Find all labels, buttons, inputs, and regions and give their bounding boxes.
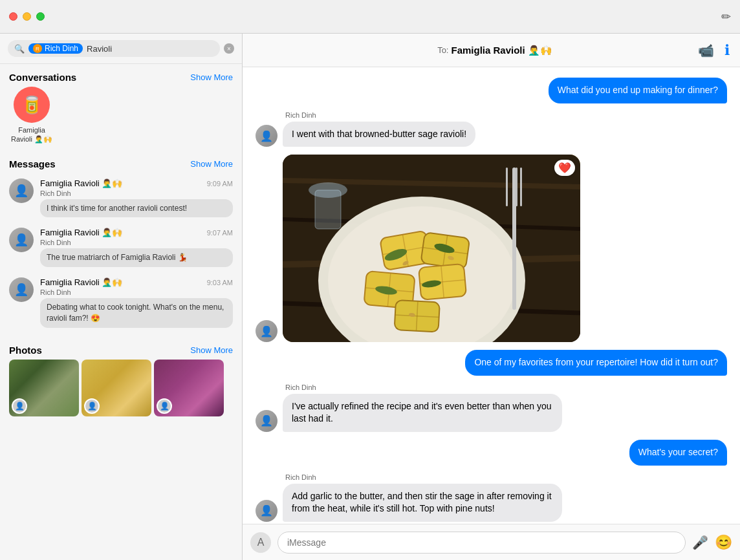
message-content-2: Famiglia Ravioli 🤦‍♂️🙌 9:07 AM Rich Dinh… [40,228,233,267]
search-tag-label: Rich Dinh [45,44,78,53]
list-item[interactable]: 👤 Famiglia Ravioli 🤦‍♂️🙌 9:09 AM Rich Di… [0,173,242,223]
svg-rect-9 [516,167,517,206]
conversation-item-famiglia[interactable]: 🥫 Famiglia Ravioli 🤦‍♂️🙌 [9,87,54,144]
sidebar: 🔍 R Rich Dinh Ravioli × Conversations Sh… [0,34,243,560]
maximize-button[interactable] [36,12,45,21]
search-bar: 🔍 R Rich Dinh Ravioli × [0,34,242,64]
emoji-button[interactable]: 😊 [715,534,732,551]
photo-avatar-overlay-3: 👤 [157,398,172,414]
chat-header-icons: 📹 ℹ [698,42,730,59]
photo-thumb-3[interactable]: 👤 [154,360,224,416]
search-input-area[interactable]: 🔍 R Rich Dinh Ravioli [8,40,220,57]
bubble-sent-4: One of my favorites from your repertoire… [465,350,727,376]
message-time-2: 9:07 AM [207,229,233,237]
audio-input-button[interactable]: 🎤 [692,535,708,550]
avatar-inner-2: 👤 [9,228,34,252]
chat-input-area: A 🎤 😊 [243,524,740,560]
message-row-1: What did you end up making for dinner? [256,78,727,103]
avatar-inner-3: 👤 [9,277,34,302]
list-item[interactable]: 👤 Famiglia Ravioli 🤦‍♂️🙌 9:07 AM Rich Di… [0,222,242,272]
bubble-received-2: I went with that browned-butter sage rav… [283,122,475,147]
sender-block-2: Rich Dinh 👤 I went with that browned-but… [256,111,475,147]
message-header-2: Famiglia Ravioli 🤦‍♂️🙌 9:07 AM [40,228,233,237]
ravioli-svg [283,155,580,342]
message-avatar-2: 👤 [9,228,34,252]
photos-show-more-button[interactable]: Show More [190,345,233,355]
close-button[interactable] [9,12,17,21]
chat-recipient: Famiglia Ravioli 🤦‍♂️🙌 [451,45,552,56]
chat-title-area: To: Famiglia Ravioli 🤦‍♂️🙌 [297,45,693,56]
list-item[interactable]: 👤 Famiglia Ravioli 🤦‍♂️🙌 9:03 AM Rich Di… [0,272,242,333]
photo-thumb-1[interactable]: 👤 [9,360,79,416]
message-time-1: 9:09 AM [207,180,233,188]
avatar-inner-1: 👤 [9,178,34,203]
bubble-with-avatar-3: 👤 [256,155,580,342]
message-from-2: Famiglia Ravioli 🤦‍♂️🙌 [40,228,122,237]
message-input[interactable] [278,532,686,554]
messages-area: What did you end up making for dinner? R… [243,67,740,524]
video-call-icon[interactable]: 📹 [698,43,714,58]
info-icon[interactable]: ℹ [724,42,730,59]
sender-name-2: Rich Dinh [285,111,475,119]
messages-list: 👤 Famiglia Ravioli 🤦‍♂️🙌 9:09 AM Rich Di… [0,173,242,337]
conversations-show-more-button[interactable]: Show More [190,72,233,82]
message-from-3: Famiglia Ravioli 🤦‍♂️🙌 [40,277,122,287]
bubble-with-avatar-2: 👤 I went with that browned-butter sage r… [256,122,475,147]
message-avatar-3: 👤 [9,277,34,302]
messages-title: Messages [9,158,56,169]
message-subname-3: Rich Dinh [40,288,233,296]
photo-avatar-overlay-1: 👤 [12,398,27,414]
message-subname-2: Rich Dinh [40,239,233,246]
bubble-with-avatar-7: 👤 Add garlic to the butter, and then sti… [256,484,562,522]
minimize-button[interactable] [23,12,31,21]
message-preview-2: The true matriarch of Famiglia Ravioli 💃 [40,248,233,267]
message-subname-1: Rich Dinh [40,189,233,197]
search-clear-button[interactable]: × [224,43,234,54]
sender-block-5: Rich Dinh 👤 I've actually refined the re… [256,383,562,432]
sender-name-5: Rich Dinh [285,383,562,391]
message-content-3: Famiglia Ravioli 🤦‍♂️🙌 9:03 AM Rich Dinh… [40,277,233,328]
reaction-badge: ❤️ [554,160,575,176]
bubble-with-avatar-5: 👤 I've actually refined the recipe and i… [256,394,562,432]
chat-area: To: Famiglia Ravioli 🤦‍♂️🙌 📹 ℹ What did … [243,34,740,560]
conversation-name-famiglia: Famiglia Ravioli 🤦‍♂️🙌 [9,125,54,144]
photo-thumb-2[interactable]: 👤 [82,360,151,416]
sender-name-7: Rich Dinh [285,473,562,481]
chat-avatar-2: 👤 [256,125,278,147]
chat-header: To: Famiglia Ravioli 🤦‍♂️🙌 📹 ℹ [243,34,740,67]
search-query-text: Ravioli [87,44,112,54]
message-preview-1: I think it's time for another ravioli co… [40,199,233,218]
message-content-1: Famiglia Ravioli 🤦‍♂️🙌 9:09 AM Rich Dinh… [40,178,233,218]
bubble-sent-6: What's your secret? [629,440,727,466]
image-bubble-container[interactable]: ❤️ [283,155,580,342]
apps-button[interactable]: A [250,532,271,553]
app-container: 🔍 R Rich Dinh Ravioli × Conversations Sh… [0,34,740,560]
message-header-3: Famiglia Ravioli 🤦‍♂️🙌 9:03 AM [40,277,233,287]
conversations-section-header: Conversations Show More [0,64,242,87]
compose-button[interactable]: ✏ [721,10,731,24]
messages-section-header: Messages Show More [0,151,242,173]
message-time-3: 9:03 AM [207,279,233,286]
message-avatar-1: 👤 [9,178,34,203]
title-bar: ✏ [0,0,740,34]
search-tag-avatar: R [33,44,42,53]
search-icon: 🔍 [14,44,25,54]
conversations-list: 🥫 Famiglia Ravioli 🤦‍♂️🙌 [0,87,242,151]
message-preview-3: Debating what to cook tonight. What's on… [40,298,233,328]
search-tag-rich-dinh: R Rich Dinh [28,43,83,54]
message-header-1: Famiglia Ravioli 🤦‍♂️🙌 9:09 AM [40,178,233,188]
chat-avatar-3: 👤 [256,320,278,342]
messages-show-more-button[interactable]: Show More [190,159,233,169]
conversations-title: Conversations [9,72,76,83]
message-from-1: Famiglia Ravioli 🤦‍♂️🙌 [40,178,122,188]
conversation-avatar-famiglia: 🥫 [14,87,50,123]
chat-avatar-5: 👤 [256,410,278,432]
photo-avatar-overlay-2: 👤 [84,398,100,414]
message-row-2: Rich Dinh 👤 I went with that browned-but… [256,111,727,147]
message-row-5: Rich Dinh 👤 I've actually refined the re… [256,383,727,432]
sender-block-7: Rich Dinh 👤 Add garlic to the butter, an… [256,473,562,522]
svg-rect-34 [315,190,341,229]
message-row-4: One of my favorites from your repertoire… [256,350,727,376]
bubble-sent-1: What did you end up making for dinner? [549,78,727,103]
conv-avatar-emoji: 🥫 [21,95,42,115]
